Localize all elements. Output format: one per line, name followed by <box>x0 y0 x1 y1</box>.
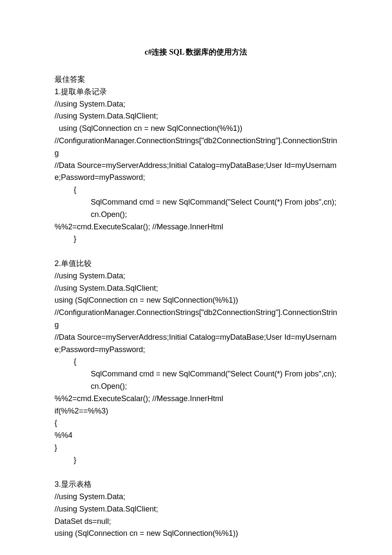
document-title: c#连接 SQL 数据库的使用方法 <box>55 47 337 57</box>
document-body: 最佳答案 1.提取单条记录 //using System.Data; //usi… <box>55 73 337 540</box>
document-page: c#连接 SQL 数据库的使用方法 最佳答案 1.提取单条记录 //using … <box>0 0 392 555</box>
